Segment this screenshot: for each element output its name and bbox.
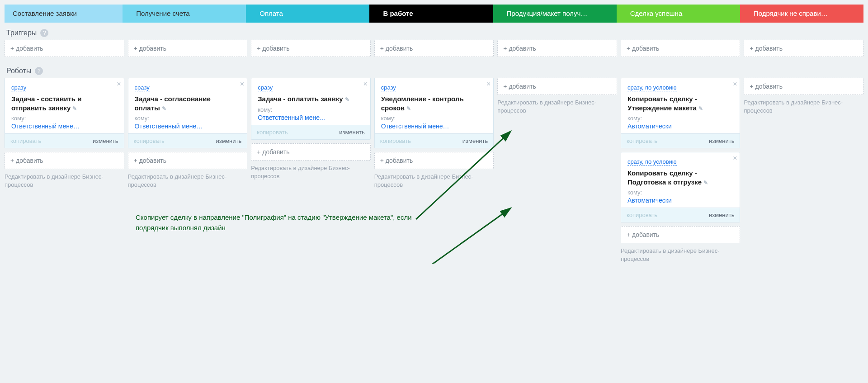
bp-designer-link[interactable]: Редактировать в дизайнере Бизнес-процесс…	[251, 164, 371, 180]
bp-designer-link[interactable]: Редактировать в дизайнере Бизнес-процесс…	[374, 173, 494, 189]
add-button[interactable]: + добавить	[128, 40, 248, 57]
change-link[interactable]: изменить	[93, 137, 118, 144]
robot-card[interactable]: × сразу, по условию Копировать сделку - …	[621, 78, 741, 148]
close-icon[interactable]: ×	[117, 80, 121, 88]
whom-label: кому:	[627, 115, 734, 122]
pencil-icon[interactable]: ✎	[72, 105, 77, 112]
help-icon[interactable]: ?	[35, 67, 43, 75]
change-link[interactable]: изменить	[709, 212, 735, 218]
trigger-link[interactable]: сразу, по условию	[627, 84, 677, 91]
pencil-icon[interactable]: ✎	[703, 180, 708, 186]
bp-designer-link[interactable]: Редактировать в дизайнере Бизнес-процесс…	[497, 99, 617, 115]
close-icon[interactable]: ×	[733, 80, 737, 88]
pencil-icon[interactable]: ✎	[406, 105, 411, 112]
add-button[interactable]: + добавить	[5, 40, 124, 57]
trigger-link[interactable]: сразу	[258, 84, 273, 91]
copy-link[interactable]: копировать	[627, 212, 657, 218]
pencil-icon[interactable]: ✎	[698, 105, 703, 112]
add-button[interactable]: + добавить	[374, 40, 494, 57]
stage[interactable]: Оплата	[246, 5, 369, 23]
close-icon[interactable]: ×	[240, 80, 244, 88]
close-icon[interactable]: ×	[733, 154, 737, 162]
card-title: Копировать сделку - Утверждение макета✎	[627, 95, 734, 112]
copy-link[interactable]: копировать	[380, 137, 411, 144]
add-button[interactable]: + добавить	[497, 78, 617, 95]
assignee-link[interactable]: Автоматически	[627, 197, 734, 204]
trigger-link[interactable]: сразу	[135, 84, 150, 91]
triggers-header: Триггеры ?	[0, 23, 868, 40]
add-button[interactable]: + добавить	[744, 40, 863, 57]
copy-link[interactable]: копировать	[134, 137, 165, 144]
add-button[interactable]: + добавить	[251, 143, 371, 161]
trigger-link[interactable]: сразу	[11, 84, 26, 91]
add-button[interactable]: + добавить	[497, 40, 617, 57]
triggers-cols: + добавить+ добавить+ добавить+ добавить…	[0, 40, 868, 61]
assignee-link[interactable]: Ответственный мене…	[135, 123, 241, 130]
help-icon[interactable]: ?	[40, 29, 48, 37]
trigger-link[interactable]: сразу	[381, 84, 396, 91]
add-button[interactable]: + добавить	[374, 152, 494, 169]
card-title: Уведомление - контроль сроков✎	[381, 95, 487, 112]
robots-cols: × сразу Задача - составить и отправить з…	[0, 78, 868, 264]
stage[interactable]: Сделка успешна	[617, 5, 740, 23]
robot-card[interactable]: × сразу, по условию Копировать сделку - …	[621, 152, 741, 222]
assignee-link[interactable]: Ответственный мене…	[11, 123, 118, 130]
bp-designer-link[interactable]: Редактировать в дизайнере Бизнес-процесс…	[5, 173, 124, 189]
trigger-link[interactable]: сразу, по условию	[627, 158, 677, 165]
add-button[interactable]: + добавить	[5, 152, 124, 169]
robots-header: Роботы ?	[0, 61, 868, 78]
whom-label: кому:	[381, 115, 487, 122]
pencil-icon[interactable]: ✎	[345, 96, 349, 103]
stage[interactable]: Подрядчик не справи…	[740, 5, 863, 23]
pencil-icon[interactable]: ✎	[162, 105, 166, 112]
whom-label: кому:	[258, 106, 364, 113]
copy-link[interactable]: копировать	[627, 137, 657, 144]
close-icon[interactable]: ×	[363, 80, 367, 88]
close-icon[interactable]: ×	[486, 80, 491, 88]
stage[interactable]: В работе	[369, 5, 493, 23]
robot-card[interactable]: × сразу Задача - согласование оплаты✎ ко…	[128, 78, 248, 148]
add-button[interactable]: + добавить	[251, 40, 371, 57]
bp-designer-link[interactable]: Редактировать в дизайнере Бизнес-процесс…	[128, 173, 248, 189]
change-link[interactable]: изменить	[709, 137, 735, 144]
whom-label: кому:	[11, 115, 118, 122]
stage[interactable]: Составление заявки	[5, 5, 123, 23]
stage[interactable]: Продукция/макет получ…	[493, 5, 617, 23]
whom-label: кому:	[135, 115, 241, 122]
robot-card[interactable]: × сразу Задача - составить и отправить з…	[5, 78, 124, 148]
assignee-link[interactable]: Ответственный мене…	[258, 114, 364, 121]
change-link[interactable]: изменить	[216, 137, 242, 144]
bp-designer-link[interactable]: Редактировать в дизайнере Бизнес-процесс…	[621, 247, 741, 263]
card-title: Копировать сделку - Подготовка к отгрузк…	[627, 169, 734, 186]
assignee-link[interactable]: Ответственный мене…	[381, 123, 487, 130]
card-title: Задача - согласование оплаты✎	[135, 95, 241, 112]
robot-card[interactable]: × сразу Уведомление - контроль сроков✎ к…	[374, 78, 494, 148]
add-button[interactable]: + добавить	[128, 152, 248, 169]
change-link[interactable]: изменить	[462, 137, 488, 144]
robot-card[interactable]: × сразу Задача - оплатить заявку✎ кому: …	[251, 78, 371, 140]
add-button[interactable]: + добавить	[621, 40, 741, 57]
copy-link[interactable]: копировать	[10, 137, 41, 144]
change-link[interactable]: изменить	[339, 129, 365, 136]
copy-link[interactable]: копировать	[257, 129, 288, 136]
add-button[interactable]: + добавить	[744, 78, 863, 95]
bp-designer-link[interactable]: Редактировать в дизайнере Бизнес-процесс…	[744, 99, 863, 115]
stages-row: Составление заявкиПолучение счетаОплатаВ…	[0, 0, 868, 23]
assignee-link[interactable]: Автоматически	[627, 123, 734, 130]
card-title: Задача - составить и отправить заявку✎	[11, 95, 118, 112]
add-button[interactable]: + добавить	[621, 226, 741, 243]
card-title: Задача - оплатить заявку✎	[258, 95, 364, 104]
whom-label: кому:	[627, 189, 734, 196]
stage[interactable]: Получение счета	[123, 5, 246, 23]
